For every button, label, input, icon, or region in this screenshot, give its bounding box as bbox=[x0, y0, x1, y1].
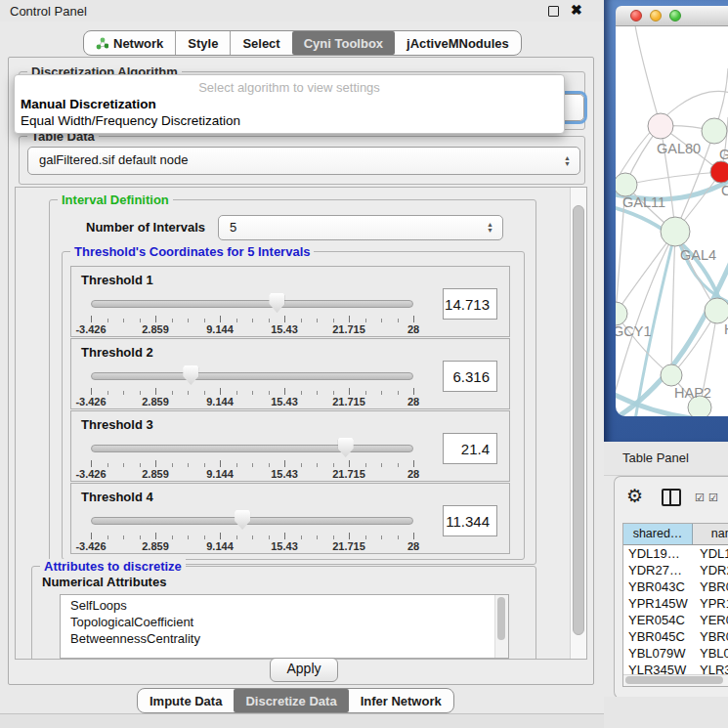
algorithm-placeholder-item[interactable]: Select algorithm to view settings bbox=[15, 80, 564, 95]
tab-style[interactable]: Style bbox=[175, 31, 230, 55]
attributes-list-scrollbar-thumb[interactable] bbox=[497, 597, 505, 640]
table-row[interactable]: YER054CYER0 bbox=[623, 612, 728, 628]
column-header-name[interactable]: name bbox=[693, 524, 728, 544]
cell-shared-name[interactable]: YBR045C bbox=[623, 628, 693, 645]
slider-track[interactable] bbox=[91, 517, 413, 525]
table-hscrollbar[interactable] bbox=[623, 674, 728, 686]
table-data-combobox[interactable]: galFiltered.sif default node ▲▼ bbox=[27, 147, 580, 175]
cell-shared-name[interactable]: YBL079W bbox=[623, 645, 693, 662]
attribute-list-item[interactable]: TopologicalCoefficient bbox=[70, 614, 508, 630]
numerical-attributes-list[interactable]: SelfLoopsTopologicalCoefficientBetweenne… bbox=[60, 594, 509, 659]
network-node-ne[interactable] bbox=[702, 118, 727, 144]
slider-handle-icon[interactable] bbox=[235, 510, 250, 530]
table-row[interactable]: YBR043CYBR0 bbox=[623, 578, 728, 595]
threshold-value-field[interactable]: 21.4 bbox=[443, 433, 497, 464]
tick-mark bbox=[123, 463, 124, 467]
tick-mark bbox=[252, 319, 253, 322]
network-edge[interactable] bbox=[671, 232, 675, 375]
settings-scrollbar-thumb[interactable] bbox=[573, 205, 584, 635]
threshold-slider[interactable]: -3.4262.8599.14415.4321.71528 bbox=[91, 364, 413, 406]
tab-infer-network[interactable]: Infer Network bbox=[349, 689, 453, 712]
attribute-list-item[interactable]: BetweennessCentrality bbox=[70, 630, 508, 647]
slider-handle-icon[interactable] bbox=[338, 438, 354, 457]
network-node-gal4[interactable] bbox=[661, 217, 690, 246]
network-node-h[interactable] bbox=[705, 298, 728, 323]
minimize-traffic-light-icon[interactable] bbox=[650, 10, 662, 21]
threshold-slider[interactable]: -3.4262.8599.14415.4321.71528 bbox=[91, 509, 413, 550]
threshold-value-field[interactable]: 14.713 bbox=[443, 288, 497, 320]
column-header-shared-name[interactable]: shared… bbox=[623, 524, 693, 544]
close-icon[interactable]: ✖ bbox=[571, 2, 582, 18]
network-window-titlebar[interactable] bbox=[616, 6, 728, 26]
table-hscrollbar-thumb[interactable] bbox=[625, 676, 723, 684]
threshold-value-field[interactable]: 11.344 bbox=[443, 505, 497, 536]
checkbox-checked-icon[interactable]: ☑ bbox=[708, 492, 719, 504]
float-window-icon[interactable] bbox=[548, 6, 559, 17]
slider-track[interactable] bbox=[91, 372, 413, 380]
table-row[interactable]: YPR145WYPR1 bbox=[623, 595, 728, 612]
tick-mark bbox=[317, 391, 318, 395]
table-row[interactable]: YBL079WYBL0 bbox=[623, 645, 728, 662]
tick-label: 2.859 bbox=[142, 468, 169, 480]
tick-label: 15.43 bbox=[271, 396, 298, 407]
network-node-gcy1[interactable] bbox=[616, 302, 627, 325]
cell-shared-name[interactable]: YPR145W bbox=[623, 595, 693, 612]
network-edge[interactable] bbox=[625, 172, 721, 185]
algorithm-item-equal-width-frequency[interactable]: Equal Width/Frequency Discretization bbox=[21, 113, 240, 128]
slider-handle-icon[interactable] bbox=[269, 293, 284, 313]
table-row[interactable]: YBR045CYBR0 bbox=[623, 628, 728, 645]
slider-track[interactable] bbox=[91, 445, 413, 452]
close-traffic-light-icon[interactable] bbox=[630, 10, 642, 21]
zoom-traffic-light-icon[interactable] bbox=[669, 10, 681, 21]
algorithm-item-manual-discretization[interactable]: Manual Discretization bbox=[21, 97, 156, 111]
network-canvas[interactable]: GAL80GACGAL11GAL4GCY1HHAP2 bbox=[616, 26, 728, 416]
cell-shared-name[interactable]: YBR043C bbox=[623, 578, 693, 595]
network-node-hap2[interactable] bbox=[661, 364, 682, 386]
network-node-gal11[interactable] bbox=[616, 173, 637, 196]
gear-icon[interactable]: ⚙ bbox=[626, 485, 643, 507]
cell-name[interactable]: YER0 bbox=[693, 612, 728, 628]
slider-track[interactable] bbox=[91, 300, 413, 308]
tick-mark bbox=[365, 391, 366, 395]
tab-select[interactable]: Select bbox=[230, 31, 291, 55]
network-node-red[interactable] bbox=[710, 161, 728, 183]
network-edge[interactable] bbox=[635, 26, 661, 126]
cell-name[interactable]: YPR1 bbox=[693, 595, 728, 612]
threshold-slider[interactable]: -3.4262.8599.14415.4321.71528 bbox=[91, 292, 413, 333]
cell-name[interactable]: YBL0 bbox=[693, 645, 728, 662]
cell-name[interactable]: YBR0 bbox=[693, 578, 728, 595]
control-panel-titlebar: Control Panel ✖ bbox=[0, 0, 604, 21]
tab-jactivemnodules[interactable]: jActiveMNodules bbox=[395, 31, 521, 55]
tab-discretize-data[interactable]: Discretize Data bbox=[234, 689, 348, 712]
split-columns-icon[interactable] bbox=[662, 489, 681, 506]
tab-network[interactable]: Network bbox=[84, 31, 175, 55]
tick-mark bbox=[220, 316, 221, 322]
attributes-list-scrollbar[interactable] bbox=[494, 595, 508, 658]
cell-name[interactable]: YBR0 bbox=[693, 628, 728, 645]
attribute-list-item[interactable]: SelfLoops bbox=[70, 597, 508, 614]
num-intervals-spinner[interactable]: 5 ▲▼ bbox=[218, 215, 503, 240]
slider-handle-icon[interactable] bbox=[183, 365, 198, 385]
attributes-to-discretize-group: Attributes to discretize Numerical Attri… bbox=[31, 566, 536, 660]
threshold-value-field[interactable]: 6.316 bbox=[443, 361, 497, 392]
tick-mark bbox=[172, 319, 173, 322]
table-row[interactable]: YDR27…YDR2 bbox=[623, 562, 728, 578]
tab-impute-data[interactable]: Impute Data bbox=[138, 689, 234, 712]
cell-shared-name[interactable]: YDL19… bbox=[623, 545, 693, 562]
tab-cyni-toolbox[interactable]: Cyni Toolbox bbox=[292, 31, 395, 55]
tick-mark bbox=[365, 463, 366, 467]
checkbox-checked-icon[interactable]: ☑ bbox=[695, 492, 706, 504]
tick-label: 9.144 bbox=[206, 540, 234, 552]
table-panel-footer-area bbox=[604, 697, 728, 728]
threshold-slider[interactable]: -3.4262.8599.14415.4321.71528 bbox=[91, 437, 413, 478]
apply-button[interactable]: Apply bbox=[270, 658, 338, 682]
network-node-pink[interactable] bbox=[648, 113, 673, 139]
cell-name[interactable]: YDR2 bbox=[693, 562, 728, 578]
cell-name[interactable]: YDL1 bbox=[693, 545, 728, 562]
settings-scrollbar[interactable] bbox=[570, 188, 586, 659]
cell-shared-name[interactable]: YER054C bbox=[623, 612, 693, 628]
cell-shared-name[interactable]: YDR27… bbox=[623, 562, 693, 578]
table-row[interactable]: YDL19…YDL1 bbox=[623, 545, 728, 562]
slider-tick-labels: -3.4262.8599.14415.4321.71528 bbox=[91, 540, 413, 552]
tick-label: 9.144 bbox=[206, 396, 234, 407]
